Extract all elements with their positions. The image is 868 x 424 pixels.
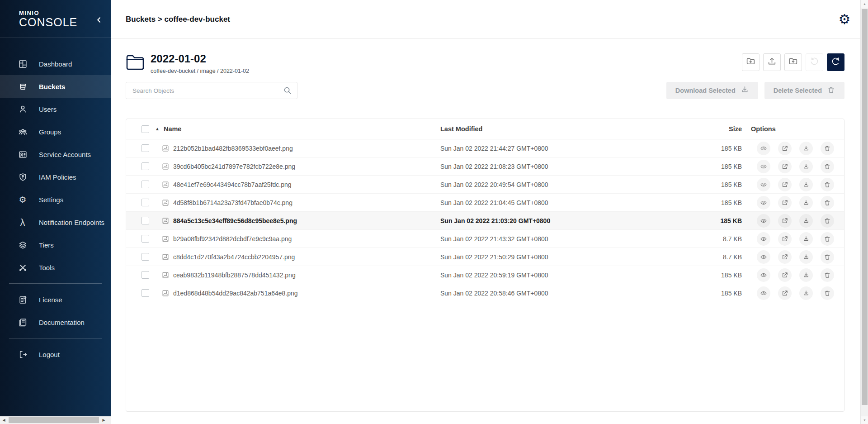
sidebar-item-tiers[interactable]: Tiers [0, 233, 111, 256]
row-checkbox[interactable] [142, 199, 149, 206]
download-object-button[interactable] [799, 160, 813, 173]
row-checkbox[interactable] [142, 235, 149, 243]
sidebar-item-iam-policies[interactable]: IAM Policies [0, 166, 111, 188]
table-row[interactable]: 48e41ef7e69c443494cc78b7aaf25fdc.pngSun … [126, 176, 844, 194]
row-checkbox[interactable] [142, 271, 149, 279]
scroll-right-arrow[interactable]: ▶ [100, 416, 108, 424]
download-object-button[interactable] [799, 268, 813, 282]
table-row[interactable]: c8dd4c1d270f43a2b4724ccbb2204957.pngSun … [126, 248, 844, 266]
delete-object-button[interactable] [821, 160, 834, 173]
upload-file-button[interactable] [763, 53, 781, 71]
preview-object-button[interactable] [757, 232, 770, 246]
horizontal-scrollbar-thumb[interactable] [9, 417, 99, 423]
delete-object-button[interactable] [821, 142, 834, 155]
row-options [745, 250, 844, 264]
download-selected-button[interactable]: Download Selected [666, 82, 758, 99]
row-checkbox[interactable] [142, 181, 149, 188]
preview-object-button[interactable] [757, 178, 770, 191]
preview-object-button[interactable] [757, 196, 770, 210]
table-row[interactable]: 39cd6b405bc241d7897e782fcb722e8e.pngSun … [126, 157, 844, 176]
delete-object-button[interactable] [821, 268, 834, 282]
rewind-button[interactable] [806, 53, 823, 71]
select-all-checkbox[interactable] [142, 125, 149, 133]
preview-object-button[interactable] [757, 142, 770, 155]
preview-object-button[interactable] [757, 250, 770, 264]
share-object-button[interactable] [778, 178, 792, 191]
tiers-icon [17, 240, 28, 250]
upload-folder-button[interactable] [784, 53, 802, 71]
search-input[interactable] [126, 82, 297, 99]
sidebar-item-users[interactable]: Users [0, 98, 111, 120]
download-object-button[interactable] [799, 286, 813, 300]
table-row[interactable]: 884a5c13c5e34eff89c56d8c95bee8e5.pngSun … [126, 212, 844, 230]
delete-object-button[interactable] [821, 214, 834, 228]
sidebar-item-dashboard[interactable]: Dashboard [0, 52, 111, 75]
share-object-button[interactable] [778, 142, 792, 155]
scroll-up-arrow[interactable]: ▲ [861, 0, 868, 8]
share-object-button[interactable] [778, 214, 792, 228]
selection-actions: Download Selected Delete Selected [666, 82, 844, 99]
delete-object-button[interactable] [821, 196, 834, 210]
table-row[interactable]: d1ed868d48b54dd29ac842ab751a64e8.pngSun … [126, 284, 844, 302]
preview-icon [760, 235, 767, 243]
download-object-button[interactable] [799, 196, 813, 210]
column-header-name[interactable]: ▲ Name [155, 125, 440, 133]
new-path-button[interactable] [742, 53, 760, 71]
download-object-button[interactable] [799, 178, 813, 191]
row-checkbox[interactable] [142, 253, 149, 261]
scroll-left-arrow[interactable]: ◀ [0, 416, 8, 424]
sidebar-item-notification-endpoints[interactable]: λNotification Endpoints [0, 211, 111, 233]
download-object-button[interactable] [799, 250, 813, 264]
share-object-button[interactable] [778, 160, 792, 173]
sidebar-item-buckets[interactable]: Buckets [0, 75, 111, 98]
preview-object-button[interactable] [757, 214, 770, 228]
breadcrumb[interactable]: Buckets > coffee-dev-bucket [126, 15, 230, 24]
sidebar-item-groups[interactable]: Groups [0, 120, 111, 143]
share-object-button[interactable] [778, 268, 792, 282]
delete-selected-button[interactable]: Delete Selected [764, 82, 844, 99]
image-file-icon [161, 144, 170, 152]
sidebar-item-service-accounts[interactable]: Service Accounts [0, 143, 111, 166]
table-row[interactable]: 4d58f8b1b6714a23a73fd47bfae0b74c.pngSun … [126, 194, 844, 212]
delete-object-button[interactable] [821, 286, 834, 300]
refresh-button[interactable] [827, 53, 844, 71]
preview-object-button[interactable] [757, 160, 770, 173]
delete-object-button[interactable] [821, 250, 834, 264]
image-file-icon [161, 199, 170, 207]
share-object-button[interactable] [778, 232, 792, 246]
share-object-button[interactable] [778, 286, 792, 300]
name-header-label: Name [164, 125, 182, 133]
row-checkbox[interactable] [142, 217, 149, 224]
sidebar-collapse-button[interactable] [94, 15, 104, 26]
groups-icon [17, 127, 28, 137]
sidebar-item-license[interactable]: License [0, 288, 111, 311]
sidebar-item-logout[interactable]: Logout [0, 343, 111, 366]
top-bar: Buckets > coffee-dev-bucket ⚙ [111, 0, 860, 39]
table-row[interactable]: ceab9832b11948bfb2887578dd451432.pngSun … [126, 266, 844, 284]
delete-object-button[interactable] [821, 232, 834, 246]
object-name: c8dd4c1d270f43a2b4724ccbb2204957.png [173, 253, 295, 261]
scroll-down-arrow[interactable]: ▼ [861, 416, 868, 424]
download-object-button[interactable] [799, 214, 813, 228]
table-row[interactable]: 212b052b1bad482fb8369533ebf0aeef.pngSun … [126, 139, 844, 157]
download-object-button[interactable] [799, 232, 813, 246]
share-object-button[interactable] [778, 250, 792, 264]
row-checkbox[interactable] [142, 289, 149, 297]
settings-gear-button[interactable]: ⚙ [837, 12, 852, 27]
delete-object-button[interactable] [821, 178, 834, 191]
download-object-button[interactable] [799, 142, 813, 155]
sidebar-item-settings[interactable]: ⚙Settings [0, 188, 111, 211]
preview-object-button[interactable] [757, 268, 770, 282]
image-file-icon [161, 271, 170, 279]
vertical-scrollbar-thumb[interactable] [862, 9, 868, 405]
preview-object-button[interactable] [757, 286, 770, 300]
table-row[interactable]: b29a08fbf92342d882dcbdf7e9c9c9aa.pngSun … [126, 230, 844, 248]
download-icon [802, 253, 810, 261]
download-icon [802, 235, 810, 243]
row-checkbox[interactable] [142, 144, 149, 152]
object-size: 185 KB [707, 272, 745, 279]
sidebar-item-documentation[interactable]: Documentation [0, 311, 111, 333]
share-object-button[interactable] [778, 196, 792, 210]
sidebar-item-tools[interactable]: Tools [0, 256, 111, 279]
row-checkbox[interactable] [142, 162, 149, 170]
